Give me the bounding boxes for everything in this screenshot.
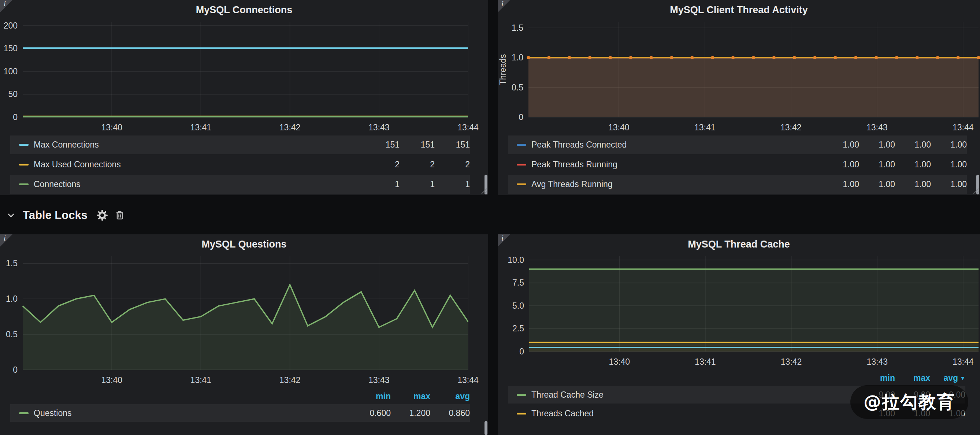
legend: Max Connections151151151Max Used Connect… xyxy=(0,135,488,194)
chevron-down-icon[interactable] xyxy=(5,210,17,221)
legend-row[interactable]: Avg Threads Running1.001.001.001.00 xyxy=(508,175,967,194)
x-tick-label: 13:40 xyxy=(101,123,123,132)
legend-sort-min[interactable]: min xyxy=(860,373,895,383)
y-tick-label: 0 xyxy=(13,365,18,375)
x-tick-label: 13:41 xyxy=(191,123,212,132)
series-point xyxy=(834,56,837,59)
legend-sort-max[interactable]: max xyxy=(895,373,930,383)
y-tick-label: 100 xyxy=(4,67,18,76)
legend: Peak Threads Connected1.001.001.001.00Pe… xyxy=(498,135,980,194)
legend-header-label: avg xyxy=(455,391,470,401)
series-point xyxy=(752,56,755,59)
legend-value: 1.00 xyxy=(931,160,967,170)
legend-series-label: Max Connections xyxy=(34,140,99,150)
legend-header-label: min xyxy=(376,391,391,401)
legend-value: 1.00 xyxy=(859,179,895,189)
y-tick-label: 1.5 xyxy=(6,259,18,268)
gear-icon[interactable] xyxy=(96,210,108,221)
legend-row[interactable]: Max Connections151151151 xyxy=(10,135,470,154)
trash-icon[interactable] xyxy=(114,210,126,221)
x-tick-label: 13:40 xyxy=(609,357,630,367)
chart-area[interactable]: 00.51.01.513:4013:4113:4213:4313:44Threa… xyxy=(498,18,980,135)
legend-value: 1.00 xyxy=(823,179,859,189)
legend-row[interactable]: Peak Threads Connected1.001.001.001.00 xyxy=(508,135,967,154)
legend-series-label: Threads Cached xyxy=(531,409,593,419)
legend-value: 1.00 xyxy=(895,160,931,170)
x-tick-label: 13:40 xyxy=(608,123,630,132)
legend-value: 1 xyxy=(435,179,470,189)
x-tick-label: 13:43 xyxy=(368,375,390,385)
panel-title[interactable]: MySQL Thread Cache xyxy=(498,234,980,252)
series-point xyxy=(936,56,939,59)
watermark: @拉勾教育 xyxy=(850,385,968,419)
legend-value: 1.00 xyxy=(859,160,895,170)
panel-mysql-questions: iMySQL Questions00.51.01.513:4013:4113:4… xyxy=(0,234,488,435)
legend-row[interactable]: Connections111 xyxy=(10,175,470,194)
panel-title[interactable]: MySQL Connections xyxy=(0,0,488,18)
legend: minmaxavgQuestions0.6001.2000.860 xyxy=(0,388,488,422)
legend-sort-avg[interactable]: avg▼ xyxy=(930,373,965,383)
series-point xyxy=(956,56,960,59)
legend-value: 0.860 xyxy=(430,408,470,418)
legend-row[interactable]: Peak Threads Running1.001.001.001.00 xyxy=(508,155,967,174)
legend-value: 2 xyxy=(364,160,399,170)
series-point xyxy=(916,56,919,59)
section-row-table-locks: Table Locks xyxy=(0,203,126,227)
legend-series-label: Peak Threads Running xyxy=(531,160,617,170)
y-tick-label: 50 xyxy=(8,89,18,99)
series-area xyxy=(23,285,468,370)
chart-area[interactable]: 00.51.01.513:4013:4113:4213:4313:44 xyxy=(0,252,488,387)
legend-value: 1.00 xyxy=(931,140,967,150)
legend-scrollbar[interactable] xyxy=(485,421,487,435)
legend-row[interactable]: Max Used Connections222 xyxy=(10,155,470,174)
watermark-text: @拉勾教育 xyxy=(864,391,955,412)
series-point xyxy=(527,56,530,59)
legend-sort-max[interactable]: max xyxy=(391,391,430,401)
x-tick-label: 13:42 xyxy=(781,357,802,367)
legend-value: 1.200 xyxy=(391,408,430,418)
sort-caret-icon: ▼ xyxy=(960,375,965,381)
series-point xyxy=(813,56,817,59)
section-title[interactable]: Table Locks xyxy=(23,209,88,222)
legend-value: 2 xyxy=(435,160,470,170)
y-tick-label: 1.0 xyxy=(512,53,523,62)
chart-canvas[interactable]: 00.51.01.513:4013:4113:4213:4313:44Threa… xyxy=(498,18,980,135)
series-color-dash-icon xyxy=(517,413,526,414)
series-point xyxy=(588,56,592,59)
panel-resize-handle[interactable] xyxy=(479,186,487,194)
x-tick-label: 13:41 xyxy=(191,375,212,385)
chart-canvas[interactable]: 02.55.07.510.013:4013:4113:4213:4313:44 xyxy=(498,252,980,369)
x-tick-label: 13:44 xyxy=(457,123,479,132)
chart-canvas[interactable]: 00.51.01.513:4013:4113:4213:4313:44 xyxy=(0,252,488,387)
legend-row[interactable]: Questions0.6001.2000.860 xyxy=(10,404,470,422)
legend-series-label: Questions xyxy=(34,408,72,418)
series-color-dash-icon xyxy=(517,164,526,165)
series-area xyxy=(528,58,978,117)
x-tick-label: 13:44 xyxy=(953,357,974,367)
legend-value: 1 xyxy=(364,179,399,189)
panel-title[interactable]: MySQL Questions xyxy=(0,234,488,252)
panel-resize-handle[interactable] xyxy=(971,186,979,194)
panel-row-top: iMySQL Connections05010015020013:4013:41… xyxy=(0,0,980,195)
chart-area[interactable]: 02.55.07.510.013:4013:4113:4213:4313:44 xyxy=(498,252,980,369)
panel-mysql-client-thread-activity: iMySQL Client Thread Activity00.51.01.51… xyxy=(498,0,980,195)
panel-title[interactable]: MySQL Client Thread Activity xyxy=(498,0,980,18)
legend-value: 1 xyxy=(399,179,435,189)
x-tick-label: 13:41 xyxy=(695,357,716,367)
chart-area[interactable]: 05010015020013:4013:4113:4213:4313:44 xyxy=(0,18,488,135)
legend-series-label: Avg Threads Running xyxy=(531,179,612,189)
series-point xyxy=(772,56,776,59)
series-point xyxy=(875,56,878,59)
series-point xyxy=(895,56,898,59)
legend-sort-min[interactable]: min xyxy=(351,391,391,401)
y-tick-label: 7.5 xyxy=(512,278,524,287)
series-color-dash-icon xyxy=(517,183,526,185)
legend-value: 2 xyxy=(399,160,435,170)
panel-mysql-connections: iMySQL Connections05010015020013:4013:41… xyxy=(0,0,488,195)
series-point xyxy=(609,56,612,59)
x-tick-label: 13:43 xyxy=(368,123,390,132)
series-point xyxy=(793,56,796,59)
chart-canvas[interactable]: 05010015020013:4013:4113:4213:4313:44 xyxy=(0,18,488,135)
series-point xyxy=(731,56,735,59)
legend-sort-avg[interactable]: avg xyxy=(430,391,470,401)
